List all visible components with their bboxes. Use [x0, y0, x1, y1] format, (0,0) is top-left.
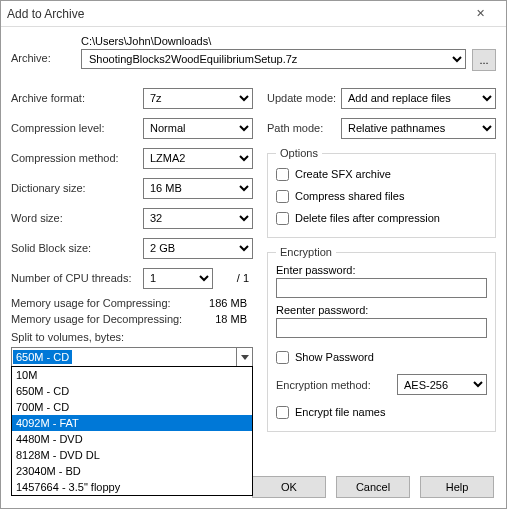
- update-label: Update mode:: [267, 92, 341, 104]
- enc-method-label: Encryption method:: [276, 379, 397, 391]
- archive-label: Archive:: [11, 52, 81, 64]
- encryption-group: Encryption Enter password: Reenter passw…: [267, 246, 496, 432]
- dialog-title: Add to Archive: [7, 7, 460, 21]
- close-button[interactable]: ✕: [460, 3, 500, 25]
- button-bar: OK Cancel Help: [252, 476, 494, 498]
- enc-names-label: Encrypt file names: [295, 406, 385, 418]
- split-option[interactable]: 1457664 - 3.5" floppy: [12, 479, 252, 495]
- split-option[interactable]: 8128M - DVD DL: [12, 447, 252, 463]
- shared-checkbox[interactable]: [276, 190, 289, 203]
- show-pw-label: Show Password: [295, 351, 374, 363]
- split-option[interactable]: 23040M - BD: [12, 463, 252, 479]
- path-label: Path mode:: [267, 122, 341, 134]
- format-select[interactable]: 7z: [143, 88, 253, 109]
- mem-decomp-label: Memory usage for Decompressing:: [11, 313, 193, 325]
- dict-select[interactable]: 16 MB: [143, 178, 253, 199]
- mem-comp-label: Memory usage for Compressing:: [11, 297, 193, 309]
- reenter-pw-label: Reenter password:: [276, 304, 487, 316]
- split-option[interactable]: 4092M - FAT: [12, 415, 252, 431]
- enc-method-select[interactable]: AES-256: [397, 374, 487, 395]
- split-dropdown[interactable]: 10M650M - CD700M - CD4092M - FAT4480M - …: [11, 366, 253, 496]
- shared-label: Compress shared files: [295, 190, 404, 202]
- right-column: Update mode: Add and replace files Path …: [267, 87, 496, 440]
- browse-button[interactable]: ...: [472, 49, 496, 71]
- split-option[interactable]: 4480M - DVD: [12, 431, 252, 447]
- ok-button[interactable]: OK: [252, 476, 326, 498]
- word-label: Word size:: [11, 212, 143, 224]
- dict-label: Dictionary size:: [11, 182, 143, 194]
- threads-label: Number of CPU threads:: [11, 272, 143, 284]
- archive-dir: C:\Users\John\Downloads\: [81, 35, 496, 47]
- left-column: Archive format: 7z Compression level: No…: [11, 87, 253, 440]
- dialog-window: Add to Archive ✕ Archive: C:\Users\John\…: [0, 0, 507, 509]
- method-select[interactable]: LZMA2: [143, 148, 253, 169]
- show-pw-checkbox[interactable]: [276, 351, 289, 364]
- threads-max: / 1: [213, 272, 253, 284]
- level-label: Compression level:: [11, 122, 143, 134]
- word-select[interactable]: 32: [143, 208, 253, 229]
- split-option[interactable]: 650M - CD: [12, 383, 252, 399]
- options-group: Options Create SFX archive Compress shar…: [267, 147, 496, 238]
- titlebar: Add to Archive ✕: [1, 1, 506, 27]
- mem-comp-value: 186 MB: [193, 297, 253, 309]
- path-select[interactable]: Relative pathnames: [341, 118, 496, 139]
- delete-checkbox[interactable]: [276, 212, 289, 225]
- format-label: Archive format:: [11, 92, 143, 104]
- split-label: Split to volumes, bytes:: [11, 331, 253, 343]
- cancel-button[interactable]: Cancel: [336, 476, 410, 498]
- level-select[interactable]: Normal: [143, 118, 253, 139]
- mem-decomp-value: 18 MB: [193, 313, 253, 325]
- delete-label: Delete files after compression: [295, 212, 440, 224]
- sfx-checkbox[interactable]: [276, 168, 289, 181]
- split-option[interactable]: 10M: [12, 367, 252, 383]
- enter-pw-label: Enter password:: [276, 264, 487, 276]
- enc-names-checkbox[interactable]: [276, 406, 289, 419]
- chevron-down-icon: [236, 348, 252, 366]
- update-select[interactable]: Add and replace files: [341, 88, 496, 109]
- help-button[interactable]: Help: [420, 476, 494, 498]
- threads-select[interactable]: 1: [143, 268, 213, 289]
- sfx-label: Create SFX archive: [295, 168, 391, 180]
- method-label: Compression method:: [11, 152, 143, 164]
- archive-file-select[interactable]: ShootingBlocks2WoodEquilibriumSetup.7z: [81, 49, 466, 69]
- split-option[interactable]: 700M - CD: [12, 399, 252, 415]
- options-legend: Options: [276, 147, 322, 159]
- split-selected-text: 650M - CD: [13, 350, 72, 364]
- encryption-legend: Encryption: [276, 246, 336, 258]
- split-combobox[interactable]: 650M - CD: [11, 347, 253, 367]
- block-label: Solid Block size:: [11, 242, 143, 254]
- close-icon: ✕: [476, 7, 485, 20]
- enter-pw-input[interactable]: [276, 278, 487, 298]
- reenter-pw-input[interactable]: [276, 318, 487, 338]
- block-select[interactable]: 2 GB: [143, 238, 253, 259]
